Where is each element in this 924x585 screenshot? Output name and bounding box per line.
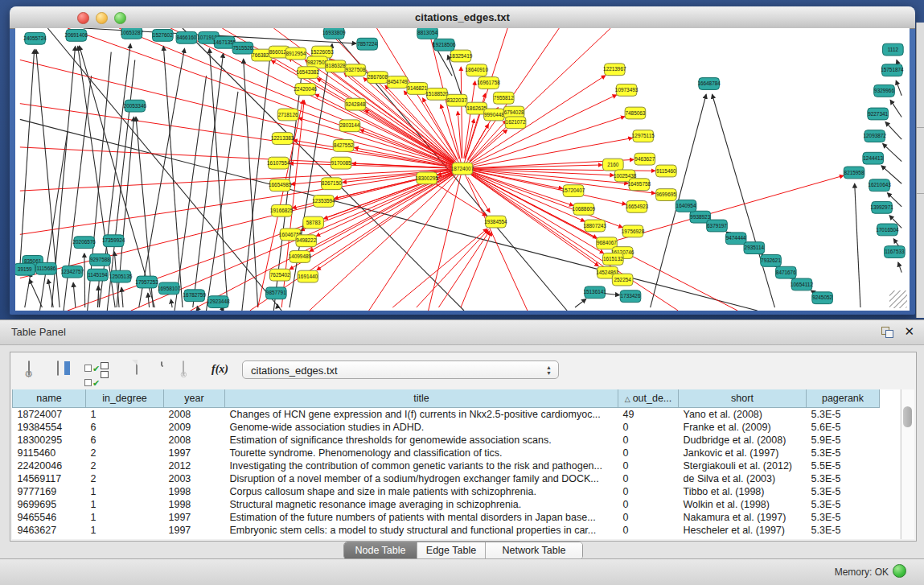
column-header-in_degree[interactable]: in_degree <box>86 389 164 408</box>
table-cell[interactable]: 5.3E-5 <box>807 472 880 485</box>
graph-node[interactable]: 1621072 <box>505 117 526 129</box>
table-row[interactable]: 946362711997Embryonic stem cells: a mode… <box>13 524 880 537</box>
graph-node[interactable]: 7485063 <box>625 107 646 119</box>
graph-node[interactable]: 8322037 <box>446 94 467 106</box>
graph-node[interactable]: 19218506 <box>433 39 456 51</box>
table-cell[interactable]: 5.3E-5 <box>807 408 880 422</box>
graph-node[interactable]: 15720407 <box>562 185 585 197</box>
table-row[interactable]: 1872400712008Changes of HCN gene express… <box>13 408 880 422</box>
resize-grip-icon[interactable] <box>889 290 907 308</box>
graph-node[interactable]: 8912954 <box>285 47 306 60</box>
graph-node[interactable]: 19166825 <box>270 204 294 216</box>
graph-edge[interactable] <box>890 100 901 117</box>
tab-node-table[interactable]: Node Table <box>344 542 417 559</box>
graph-node[interactable]: 2867608 <box>368 72 388 84</box>
table-cell[interactable]: 18724007 <box>13 408 86 422</box>
table-cell[interactable]: 5.6E-5 <box>807 421 880 434</box>
table-row[interactable]: 2242004622012Investigating the contribut… <box>13 459 880 472</box>
table-cell[interactable]: 0 <box>618 524 679 537</box>
table-cell[interactable]: Yano et al. (2008) <box>679 408 807 422</box>
table-cell[interactable]: Tourette syndrome. Phenomenology and cla… <box>225 447 618 459</box>
table-cell[interactable]: 9115460 <box>13 447 86 459</box>
graph-node[interactable]: 2718126 <box>277 109 298 121</box>
graph-node[interactable]: 8186328 <box>325 60 346 72</box>
graph-node[interactable]: 1244413 <box>863 152 884 164</box>
graph-edge[interactable] <box>73 282 76 307</box>
graph-edge[interactable] <box>30 279 43 307</box>
table-mode-icon[interactable]: ⚙ <box>28 361 30 376</box>
graph-node[interactable]: 9242848 <box>345 98 366 110</box>
graph-node[interactable]: 8813054 <box>417 28 438 39</box>
table-cell[interactable]: 1 <box>86 511 164 524</box>
graph-edge[interactable] <box>170 299 172 307</box>
column-header-year[interactable]: year <box>164 389 225 408</box>
graph-node[interactable]: 16107554 <box>267 157 290 169</box>
graph-node[interactable]: 22420046 <box>294 84 318 96</box>
table-cell[interactable]: 1998 <box>164 498 225 511</box>
graph-node[interactable]: 1640954 <box>676 200 696 212</box>
table-cell[interactable]: 2008 <box>164 408 225 422</box>
column-header-out_de[interactable]: △out_de... <box>618 389 679 408</box>
table-row[interactable]: 1456911722003Disruption of a novel membe… <box>13 472 880 485</box>
table-cell[interactable]: Wolkin et al. (1998) <box>679 498 807 511</box>
graph-node[interactable]: 16782759 <box>183 290 207 302</box>
table-cell[interactable]: 2 <box>86 472 164 485</box>
graph-node[interactable]: 1691440 <box>298 270 318 282</box>
graph-node[interactable]: 9115460 <box>656 165 677 177</box>
graph-edge[interactable] <box>48 279 53 307</box>
graph-node[interactable]: 1112 <box>883 43 904 56</box>
table-cell[interactable]: 5.9E-5 <box>807 434 880 447</box>
graph-node[interactable]: 7932621 <box>761 254 782 266</box>
graph-node[interactable]: 12923448 <box>207 296 230 308</box>
graph-node[interactable]: 9498222 <box>296 235 317 247</box>
table-cell[interactable]: 0 <box>618 485 679 498</box>
graph-edge[interactable] <box>575 299 586 307</box>
network-graph[interactable]: 1872400776638228660124891295415226053982… <box>15 28 910 311</box>
table-row[interactable]: 969969511998Structural magnetic resonanc… <box>13 498 880 511</box>
table-cell[interactable]: Investigating the contribution of common… <box>225 459 618 472</box>
graph-edge[interactable] <box>472 117 625 166</box>
graph-edge[interactable] <box>713 94 775 307</box>
table-cell[interactable]: 2009 <box>164 421 225 434</box>
graph-edge[interactable] <box>435 183 486 216</box>
table-cell[interactable]: 19384554 <box>13 421 86 434</box>
table-cell[interactable]: 2008 <box>164 434 225 447</box>
graph-node[interactable]: 16958107 <box>158 282 181 295</box>
table-cell[interactable]: Disruption of a novel member of a sodium… <box>225 472 618 485</box>
table-cell[interactable]: 1997 <box>164 524 225 537</box>
graph-node[interactable]: 16543382 <box>297 67 320 79</box>
graph-node[interactable]: 9474444 <box>725 233 746 245</box>
graph-edge[interactable] <box>885 122 901 139</box>
show-columns-icon[interactable] <box>57 361 59 376</box>
table-cell[interactable]: Changes of HCN gene expression and I(f) … <box>225 408 618 422</box>
table-row[interactable]: 1830029562008Estimation of significance … <box>13 434 880 447</box>
graph-edge[interactable] <box>883 144 901 162</box>
table-cell[interactable]: 0 <box>618 447 679 459</box>
graph-node[interactable]: 1527602 <box>152 29 173 41</box>
graph-edge[interactable] <box>139 48 185 307</box>
graph-node[interactable]: 9170085 <box>331 157 351 169</box>
graph-edge[interactable] <box>855 183 860 307</box>
graph-node[interactable]: 9857791 <box>265 287 286 299</box>
graph-node[interactable]: 10973493 <box>615 84 639 97</box>
table-cell[interactable]: 14569117 <box>13 472 86 485</box>
graph-edge[interactable] <box>163 47 183 307</box>
table-row[interactable]: 911546021997Tourette syndrome. Phenomeno… <box>13 447 880 459</box>
table-cell[interactable]: 5.3E-5 <box>807 498 880 511</box>
delete-table-icon[interactable]: ⊗ <box>183 361 184 376</box>
row-height-icon[interactable] <box>101 362 109 380</box>
graph-node[interactable]: 1145194 <box>88 269 109 281</box>
table-cell[interactable]: 5.3E-5 <box>807 485 880 498</box>
graph-node[interactable]: 14099489 <box>289 251 312 263</box>
graph-node[interactable]: 13992971 <box>870 201 893 213</box>
table-row[interactable]: 977716911998Corpus callosum shape and si… <box>13 485 880 498</box>
graph-edge[interactable] <box>25 272 31 307</box>
table-cell[interactable]: 1 <box>86 485 164 498</box>
table-cell[interactable]: 2003 <box>164 472 225 485</box>
column-header-short[interactable]: short <box>679 389 807 408</box>
float-window-icon[interactable] <box>881 327 893 338</box>
graph-node[interactable]: 18807243 <box>583 220 606 232</box>
table-cell[interactable]: 49 <box>618 408 679 422</box>
graph-node[interactable]: 9297588 <box>90 254 111 266</box>
table-cell[interactable]: Genome-wide association studies in ADHD. <box>225 421 618 434</box>
